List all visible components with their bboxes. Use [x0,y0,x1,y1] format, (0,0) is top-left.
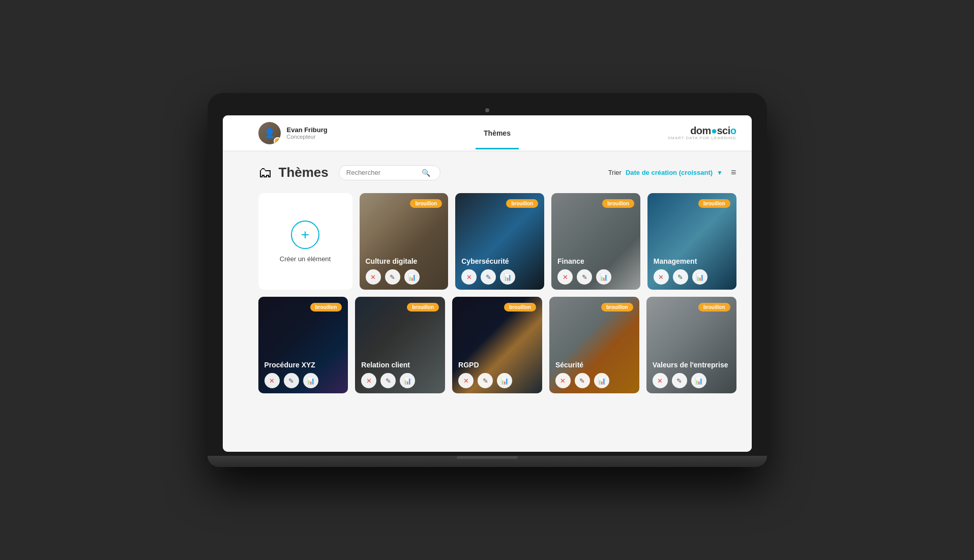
page-title-area: 🗂 Thèmes [258,164,329,181]
nav-themes[interactable]: Thèmes [476,129,519,137]
domoscio-logo: dom●scio SMART DATA FOR LEARNING [668,126,736,140]
card-title-relation: Relation client [361,361,439,369]
edit-button-finance[interactable]: ✎ [577,269,592,285]
delete-button-securite[interactable]: ✕ [555,373,571,388]
card-badge-relation: brouillon [407,303,439,312]
card-badge-valeurs: brouillon [698,303,730,312]
edit-button-management[interactable]: ✎ [673,269,688,285]
delete-button-cyber[interactable]: ✕ [461,269,477,285]
edit-button-securite[interactable]: ✎ [575,373,590,388]
main-content: 🗂 Thèmes 🔍 Trier Date de création (crois… [223,152,752,452]
card-actions-culture: ✕ ✎ 📊 [366,269,420,285]
app-header: 👤 Evan Friburg Concepteur Thèmes dom●sci… [223,115,752,152]
card-culture-digitale[interactable]: brouillon Culture digitale ✕ ✎ 📊 [360,193,449,290]
stats-button-procedure[interactable]: 📊 [303,373,318,388]
card-rgpd[interactable]: brouillon RGPD ✕ ✎ 📊 [452,297,542,393]
card-title-culture: Culture digitale [366,257,442,265]
stats-button-management[interactable]: 📊 [692,269,707,285]
card-management[interactable]: brouillon Management ✕ ✎ 📊 [647,193,736,290]
delete-button-valeurs[interactable]: ✕ [653,373,668,388]
edit-button-culture[interactable]: ✎ [385,269,400,285]
card-title-management: Management [654,257,730,265]
card-valeurs[interactable]: brouillon Valeurs de l'entreprise ✕ ✎ 📊 [646,297,736,393]
stats-button-culture[interactable]: 📊 [404,269,420,285]
card-badge-rgpd: brouillon [504,303,536,312]
stats-button-valeurs[interactable]: 📊 [691,373,706,388]
laptop-frame: 👤 Evan Friburg Concepteur Thèmes dom●sci… [208,93,767,467]
themes-icon: 🗂 [258,164,273,181]
delete-button-rgpd[interactable]: ✕ [458,373,474,388]
logo-area: dom●scio SMART DATA FOR LEARNING [617,126,736,140]
delete-button-finance[interactable]: ✕ [557,269,573,285]
card-cybersecurite[interactable]: brouillon Cybersécurité ✕ ✎ 📊 [455,193,544,290]
laptop-base [208,456,767,467]
stats-button-relation[interactable]: 📊 [400,373,415,388]
card-title-rgpd: RGPD [458,361,536,369]
create-label: Créer un élément [280,255,331,263]
card-badge-finance: brouillon [602,199,634,208]
stats-button-securite[interactable]: 📊 [594,373,609,388]
stats-button-rgpd[interactable]: 📊 [497,373,512,388]
sort-arrow-icon[interactable]: ▼ [717,169,723,176]
search-input[interactable] [346,169,418,176]
card-finance[interactable]: brouillon Finance ✕ ✎ 📊 [551,193,640,290]
cards-row-2: brouillon Procédure XYZ ✕ ✎ 📊 brouillon … [258,297,736,393]
card-title-valeurs: Valeurs de l'entreprise [653,361,730,369]
delete-button-relation[interactable]: ✕ [361,373,376,388]
card-actions-procedure: ✕ ✎ 📊 [264,373,318,388]
edit-button-relation[interactable]: ✎ [380,373,396,388]
card-relation-client[interactable]: brouillon Relation client ✕ ✎ 📊 [355,297,445,393]
user-info: 👤 Evan Friburg Concepteur [258,122,378,144]
card-actions-rgpd: ✕ ✎ 📊 [458,373,512,388]
stats-button-cyber[interactable]: 📊 [500,269,515,285]
card-badge-procedure: brouillon [310,303,342,312]
card-badge-securite: brouillon [601,303,633,312]
user-text: Evan Friburg Concepteur [287,126,328,140]
edit-button-rgpd[interactable]: ✎ [478,373,493,388]
card-actions-finance: ✕ ✎ 📊 [557,269,611,285]
delete-button-procedure[interactable]: ✕ [264,373,280,388]
card-actions-cyber: ✕ ✎ 📊 [461,269,515,285]
create-card[interactable]: + Créer un élément [258,193,352,290]
avatar-badge [274,137,281,144]
card-actions-securite: ✕ ✎ 📊 [555,373,609,388]
card-actions-relation: ✕ ✎ 📊 [361,373,415,388]
create-plus-icon: + [291,221,319,249]
stats-button-finance[interactable]: 📊 [596,269,611,285]
card-securite[interactable]: brouillon Sécurité ✕ ✎ 📊 [549,297,639,393]
card-title-cyber: Cybersécurité [461,257,538,265]
sort-value[interactable]: Date de création (croissant) [626,169,713,176]
logo-main-text: dom●scio [690,126,736,136]
delete-button-culture[interactable]: ✕ [366,269,381,285]
card-badge-cyber: brouillon [506,199,538,208]
card-title-procedure: Procédure XYZ [264,361,342,369]
search-bar[interactable]: 🔍 [339,165,440,180]
card-procedure-xyz[interactable]: brouillon Procédure XYZ ✕ ✎ 📊 [258,297,348,393]
card-badge-culture: brouillon [410,199,442,208]
card-title-securite: Sécurité [555,361,633,369]
logo-tagline: SMART DATA FOR LEARNING [668,136,736,140]
cards-row-1: + Créer un élément brouillon Culture dig… [258,193,736,290]
edit-button-procedure[interactable]: ✎ [284,373,299,388]
grid-view-icon[interactable]: ≡ [731,167,736,178]
screen: 👤 Evan Friburg Concepteur Thèmes dom●sci… [223,115,752,452]
page-header: 🗂 Thèmes 🔍 Trier Date de création (crois… [258,164,736,181]
avatar: 👤 [258,122,281,144]
page-title: Thèmes [279,165,329,180]
card-actions-valeurs: ✕ ✎ 📊 [653,373,706,388]
user-name: Evan Friburg [287,126,328,134]
delete-button-management[interactable]: ✕ [654,269,669,285]
card-badge-management: brouillon [698,199,730,208]
search-icon: 🔍 [422,169,430,177]
user-role: Concepteur [287,134,328,140]
sort-area: Trier Date de création (croissant) ▼ ≡ [608,167,736,178]
sort-label: Trier [608,169,622,176]
header-nav: Thèmes [378,129,617,137]
card-title-finance: Finance [557,257,634,265]
edit-button-cyber[interactable]: ✎ [481,269,496,285]
edit-button-valeurs[interactable]: ✎ [672,373,687,388]
card-actions-management: ✕ ✎ 📊 [654,269,707,285]
